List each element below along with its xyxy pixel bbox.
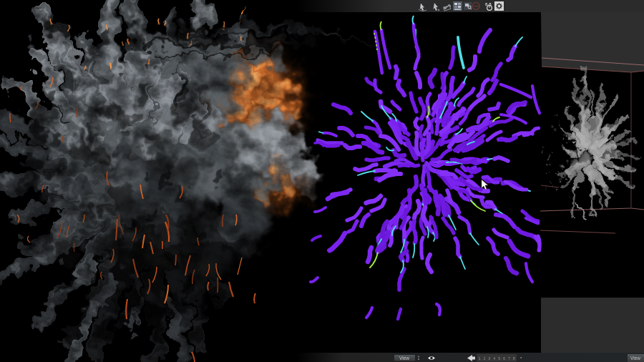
svg-text:5: 5 bbox=[498, 356, 500, 361]
svg-text:3: 3 bbox=[488, 356, 490, 361]
svg-text:4: 4 bbox=[493, 356, 495, 361]
svg-text:8: 8 bbox=[513, 356, 515, 361]
svg-text:6: 6 bbox=[503, 356, 505, 361]
svg-text:2: 2 bbox=[483, 356, 485, 361]
svg-text:7: 7 bbox=[508, 356, 510, 361]
svg-text:1: 1 bbox=[479, 356, 481, 361]
svg-text:View: View bbox=[630, 356, 640, 361]
svg-text:View: View bbox=[399, 356, 409, 361]
